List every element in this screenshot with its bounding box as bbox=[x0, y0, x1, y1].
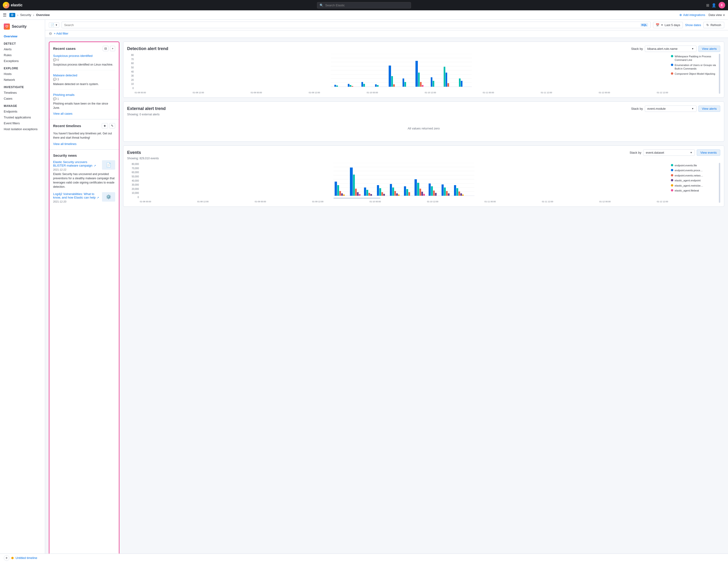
stack-by-dropdown-external[interactable]: event.module ▼ bbox=[645, 105, 697, 112]
search-input[interactable] bbox=[64, 23, 638, 27]
svg-rect-65 bbox=[398, 195, 399, 196]
chevron-down-icon-events: ▼ bbox=[690, 151, 692, 154]
sidebar-section-detect: Detect bbox=[0, 39, 45, 46]
kql-badge[interactable]: KQL bbox=[640, 23, 648, 27]
sidebar-item-hosts[interactable]: Hosts bbox=[0, 71, 45, 77]
sidebar-item-event-filters[interactable]: Event filters bbox=[0, 120, 45, 126]
svg-rect-28 bbox=[433, 81, 434, 87]
recent-timelines-header: Recent timelines ★ ✎ bbox=[53, 123, 115, 129]
detection-x-axis: 01-08 00:00 01-08 12:00 01-09 00:00 01-0… bbox=[135, 91, 668, 94]
main-layout: 🛡 Security Overview Detect Alerts Rules … bbox=[0, 20, 728, 562]
date-range-picker[interactable]: 📅 ▼ Last 5 days bbox=[653, 22, 683, 28]
user-avatar[interactable]: E bbox=[719, 2, 725, 8]
filter-options-icon[interactable]: ⊖ bbox=[49, 31, 52, 36]
svg-rect-44 bbox=[337, 185, 339, 196]
events-legend: endpoint.events.file endpoint.events.pro… bbox=[671, 163, 718, 203]
add-filter-button[interactable]: + Add filter bbox=[54, 32, 68, 35]
sidebar-item-rules[interactable]: Rules bbox=[0, 52, 45, 58]
view-events-button[interactable]: View events bbox=[697, 149, 720, 156]
events-legend-scrollbar[interactable] bbox=[719, 163, 720, 203]
legend-scrollbar[interactable] bbox=[719, 54, 720, 94]
events-legend-dot-0 bbox=[671, 164, 673, 166]
events-controls: Stack by event.dataset ▼ View events bbox=[630, 149, 720, 156]
case-title-0[interactable]: Suspicious process identified bbox=[53, 54, 115, 58]
stack-by-dropdown-events[interactable]: event.dataset ▼ bbox=[643, 149, 695, 156]
case-title-1[interactable]: Malware detected bbox=[53, 74, 115, 77]
recent-cases-icons: ⊟ + bbox=[103, 46, 115, 51]
timeline-add-button[interactable]: + bbox=[4, 555, 9, 561]
left-panel: Recent cases ⊟ + Suspicious process iden… bbox=[49, 42, 119, 562]
svg-rect-43 bbox=[335, 182, 337, 196]
case-comments-0: 💬 0 bbox=[53, 58, 115, 62]
elastic-logo[interactable]: e elastic bbox=[3, 2, 23, 8]
elastic-logo-text: elastic bbox=[11, 3, 23, 7]
sidebar-item-alerts[interactable]: Alerts bbox=[0, 46, 45, 52]
breadcrumb-overview[interactable]: Overview bbox=[36, 13, 50, 17]
sidebar-item-trusted-apps[interactable]: Trusted applications bbox=[0, 114, 45, 120]
view-all-timelines-link[interactable]: View all timelines bbox=[53, 142, 115, 146]
sidebar-item-exceptions[interactable]: Exceptions bbox=[0, 58, 45, 64]
timelines-edit-icon[interactable]: ✎ bbox=[109, 123, 115, 129]
search-type-dropdown[interactable]: 📄 ▼ bbox=[49, 22, 59, 28]
cases-external-icon[interactable]: ⊟ bbox=[103, 46, 109, 51]
data-view-button[interactable]: Data view ∨ bbox=[708, 13, 725, 17]
cases-add-icon[interactable]: + bbox=[110, 46, 115, 51]
svg-rect-21 bbox=[403, 78, 404, 87]
sidebar-item-timelines[interactable]: Timelines bbox=[0, 90, 45, 96]
menu-toggle[interactable]: ☰ bbox=[3, 12, 7, 18]
legend-item-0: Whitespace Padding in Process Command Li… bbox=[671, 55, 718, 62]
svg-rect-74 bbox=[429, 183, 431, 196]
chevron-down-icon-date: ▼ bbox=[661, 24, 663, 26]
legend-dot-2 bbox=[671, 72, 673, 75]
svg-rect-54 bbox=[366, 190, 368, 196]
events-legend-dot-4 bbox=[671, 184, 673, 187]
sidebar-item-endpoints[interactable]: Endpoints bbox=[0, 109, 45, 114]
global-search-bar[interactable]: 🔍 Search Elastic bbox=[317, 2, 411, 8]
filter-bar: 📄 ▼ KQL 📅 ▼ Last 5 days Show dates ↻ Ref… bbox=[45, 20, 728, 30]
grid-icon[interactable]: ⊞ bbox=[706, 3, 709, 8]
events-legend-5: elastic_agent.filebeat bbox=[671, 189, 718, 192]
view-all-cases-link[interactable]: View all cases bbox=[53, 112, 115, 115]
svg-rect-72 bbox=[421, 192, 423, 196]
nav-section-pill[interactable]: D bbox=[9, 13, 15, 17]
sidebar-item-network[interactable]: Network bbox=[0, 77, 45, 83]
case-title-2[interactable]: Phishing emails bbox=[53, 93, 115, 97]
top-navigation: e elastic 🔍 Search Elastic ⊞ 👤 E bbox=[0, 0, 728, 10]
case-item-2: Phishing emails 💬 1 Phishing emails have… bbox=[53, 93, 115, 110]
stack-by-wrap-detection: Stack by kibana.alert.rule.name ▼ bbox=[631, 46, 697, 52]
stack-by-dropdown-detection[interactable]: kibana.alert.rule.name ▼ bbox=[645, 46, 697, 52]
events-bars-container: 01-08 00:00 01-08 12:00 01-09 00:00 01-0… bbox=[140, 163, 668, 203]
chevron-down-icon-external: ▼ bbox=[692, 107, 694, 110]
news-thumb-0: 📄 bbox=[102, 160, 115, 170]
breadcrumb-security[interactable]: Security bbox=[20, 13, 31, 17]
svg-rect-76 bbox=[433, 191, 435, 196]
view-external-alerts-button[interactable]: View alerts bbox=[698, 105, 720, 112]
svg-rect-14 bbox=[361, 82, 363, 87]
news-item-1: ⚙️ Log4j2 Vulnerabilities: What to know,… bbox=[53, 192, 115, 203]
dashboard: Recent cases ⊟ + Suspicious process iden… bbox=[45, 38, 728, 562]
recent-timelines-title: Recent timelines bbox=[53, 124, 81, 128]
recent-cases-section: Recent cases ⊟ + Suspicious process iden… bbox=[49, 42, 119, 119]
case-desc-2: Phishing emails have been on the rise si… bbox=[53, 101, 115, 110]
svg-rect-48 bbox=[350, 168, 353, 196]
help-icon[interactable]: 👤 bbox=[712, 3, 716, 8]
view-alerts-button[interactable]: View alerts bbox=[698, 46, 720, 52]
svg-rect-68 bbox=[408, 192, 410, 196]
detection-chart-svg bbox=[135, 54, 668, 90]
events-title: Events bbox=[127, 150, 141, 155]
events-y-axis: 80,00070,00060,00050,00040,00030,00020,0… bbox=[127, 163, 139, 203]
sidebar-header: 🛡 Security bbox=[0, 23, 45, 33]
detection-alert-controls: Stack by kibana.alert.rule.name ▼ View a… bbox=[631, 46, 720, 52]
integrations-icon: ⊕ bbox=[679, 13, 682, 17]
sidebar-item-overview[interactable]: Overview bbox=[0, 33, 45, 39]
detection-alert-card: Detection alert trend Stack by kibana.al… bbox=[123, 42, 724, 98]
timelines-star-icon[interactable]: ★ bbox=[102, 123, 108, 129]
svg-rect-77 bbox=[435, 193, 437, 196]
sidebar-item-cases[interactable]: Cases bbox=[0, 96, 45, 101]
add-integrations-button[interactable]: ⊕ Add integrations bbox=[679, 13, 705, 17]
events-legend-dot-3 bbox=[671, 179, 673, 181]
refresh-button[interactable]: ↻ Refresh bbox=[703, 22, 724, 28]
timeline-title[interactable]: Untitled timeline bbox=[16, 556, 37, 560]
sidebar-item-host-isolation[interactable]: Host isolation exceptions bbox=[0, 126, 45, 132]
show-dates-button[interactable]: Show dates bbox=[685, 23, 701, 27]
